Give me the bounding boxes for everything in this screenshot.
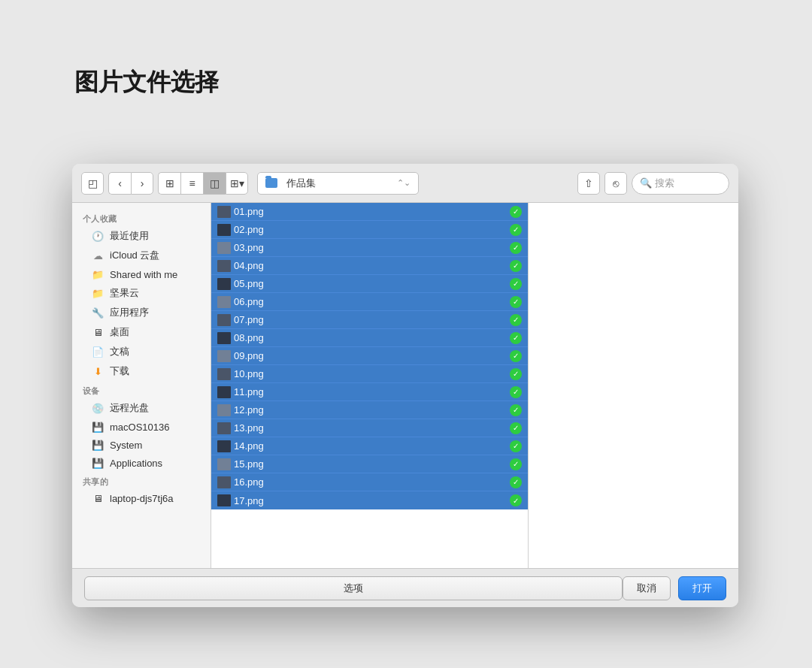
sidebar-item-label: 远程光盘	[110, 401, 149, 415]
table-row[interactable]: 08.png✓	[211, 329, 528, 347]
file-thumbnail	[217, 386, 231, 398]
search-placeholder: 搜索	[655, 177, 674, 190]
table-row[interactable]: 14.png✓	[211, 437, 528, 455]
table-row[interactable]: 01.png✓	[211, 203, 528, 221]
options-button[interactable]: 选项	[84, 576, 623, 600]
file-check-icon: ✓	[510, 332, 522, 344]
file-thumbnail	[217, 260, 231, 272]
file-name: 15.png	[234, 458, 507, 470]
table-row[interactable]: 03.png✓	[211, 239, 528, 257]
file-check-icon: ✓	[510, 368, 522, 380]
table-row[interactable]: 06.png✓	[211, 293, 528, 311]
share-button[interactable]: ⇧	[577, 172, 600, 195]
file-check-icon: ✓	[510, 440, 522, 452]
gallery-view-icon: ⊞▾	[230, 177, 244, 189]
sidebar-item-label: 坚果云	[110, 286, 139, 300]
sidebar-item-jianguo[interactable]: 坚果云	[75, 283, 208, 303]
sidebar-section-label: 共享的	[72, 472, 211, 489]
sidebar-item-label: laptop-djs7tj6a	[110, 493, 174, 504]
file-name: 09.png	[234, 350, 507, 361]
file-thumbnail	[217, 404, 231, 416]
search-box[interactable]: 🔍 搜索	[632, 172, 729, 195]
list-view-icon: ≡	[189, 177, 195, 189]
file-check-icon: ✓	[510, 242, 522, 254]
file-name: 07.png	[234, 314, 507, 325]
sidebar-item-shared[interactable]: Shared with me	[75, 265, 208, 283]
sidebar-item-label: 应用程序	[110, 306, 149, 319]
file-thumbnail	[217, 296, 231, 308]
file-thumbnail	[217, 458, 231, 470]
sidebar-item-label: 文稿	[110, 345, 129, 358]
table-row[interactable]: 07.png✓	[211, 311, 528, 329]
table-row[interactable]: 02.png✓	[211, 221, 528, 239]
sidebar-item-docs[interactable]: 文稿	[75, 342, 208, 361]
sidebar-item-label: iCloud 云盘	[110, 249, 159, 262]
sidebar-item-system[interactable]: System	[75, 436, 208, 454]
view-toggle: ⊞ ≡ ◫ ⊞▾	[158, 172, 248, 195]
sidebar-toggle-button[interactable]: ◰	[81, 172, 104, 195]
forward-button[interactable]: ›	[131, 172, 153, 195]
view-list-button[interactable]: ≡	[180, 172, 203, 195]
sidebar-item-optical[interactable]: 远程光盘	[75, 398, 208, 418]
file-thumbnail	[217, 242, 231, 254]
file-thumbnail	[217, 476, 231, 488]
file-name: 16.png	[234, 476, 507, 488]
content-area: 个人收藏最近使用iCloud 云盘Shared with me坚果云应用程序桌面…	[72, 203, 738, 568]
view-gallery-button[interactable]: ⊞▾	[226, 172, 248, 195]
docs-icon	[92, 346, 104, 358]
toolbar: ◰ ‹ › ⊞ ≡ ◫ ⊞▾	[72, 164, 738, 203]
sidebar-item-icloud[interactable]: iCloud 云盘	[75, 246, 208, 265]
sidebar-item-apps[interactable]: 应用程序	[75, 303, 208, 322]
table-row[interactable]: 10.png✓	[211, 365, 528, 383]
sidebar-item-macos[interactable]: macOS10136	[75, 418, 208, 436]
page-title: 图片文件选择	[74, 66, 219, 99]
table-row[interactable]: 12.png✓	[211, 401, 528, 419]
sidebar-item-label: System	[110, 440, 142, 451]
table-row[interactable]: 09.png✓	[211, 347, 528, 365]
action-button[interactable]: ⎋	[604, 172, 627, 195]
sidebar-item-laptop[interactable]: laptop-djs7tj6a	[75, 489, 208, 507]
file-check-icon: ✓	[510, 224, 522, 236]
table-row[interactable]: 11.png✓	[211, 383, 528, 401]
appvol-icon	[92, 457, 104, 469]
file-check-icon: ✓	[510, 422, 522, 434]
file-name: 02.png	[234, 224, 507, 235]
file-check-icon: ✓	[510, 458, 522, 470]
jianguo-icon	[92, 287, 104, 299]
file-thumbnail	[217, 494, 231, 506]
table-row[interactable]: 17.png✓	[211, 491, 528, 509]
table-row[interactable]: 05.png✓	[211, 275, 528, 293]
system-icon	[92, 439, 104, 451]
view-icon-button[interactable]: ⊞	[158, 172, 180, 195]
sidebar-item-recent[interactable]: 最近使用	[75, 226, 208, 246]
table-row[interactable]: 13.png✓	[211, 419, 528, 437]
table-row[interactable]: 04.png✓	[211, 257, 528, 275]
network-icon	[92, 492, 104, 504]
file-name: 11.png	[234, 386, 507, 397]
nav-buttons: ‹ ›	[108, 172, 153, 195]
view-column-button[interactable]: ◫	[203, 172, 226, 195]
back-button[interactable]: ‹	[108, 172, 131, 195]
file-name: 03.png	[234, 242, 507, 253]
file-name: 04.png	[234, 260, 507, 271]
file-check-icon: ✓	[510, 386, 522, 398]
open-button[interactable]: 打开	[678, 576, 726, 600]
file-check-icon: ✓	[510, 260, 522, 272]
file-thumbnail	[217, 314, 231, 326]
file-thumbnail	[217, 368, 231, 380]
sidebar-section-label: 个人收藏	[72, 209, 211, 226]
sidebar-item-desktop[interactable]: 桌面	[75, 322, 208, 342]
chevron-updown-icon: ⌃⌄	[397, 178, 411, 188]
file-name: 06.png	[234, 296, 507, 307]
sidebar-item-label: Applications	[110, 458, 162, 469]
sidebar-item-label: macOS10136	[110, 422, 170, 433]
table-row[interactable]: 15.png✓	[211, 455, 528, 473]
icloud-icon	[92, 249, 104, 261]
share-icon: ⇧	[584, 177, 593, 189]
table-row[interactable]: 16.png✓	[211, 473, 528, 491]
sidebar-item-downloads[interactable]: 下载	[75, 361, 208, 381]
cancel-button[interactable]: 取消	[623, 576, 671, 600]
file-list[interactable]: 01.png✓02.png✓03.png✓04.png✓05.png✓06.pn…	[211, 203, 528, 568]
path-selector[interactable]: 作品集 ⌃⌄	[257, 172, 419, 195]
sidebar-item-appvol[interactable]: Applications	[75, 454, 208, 472]
